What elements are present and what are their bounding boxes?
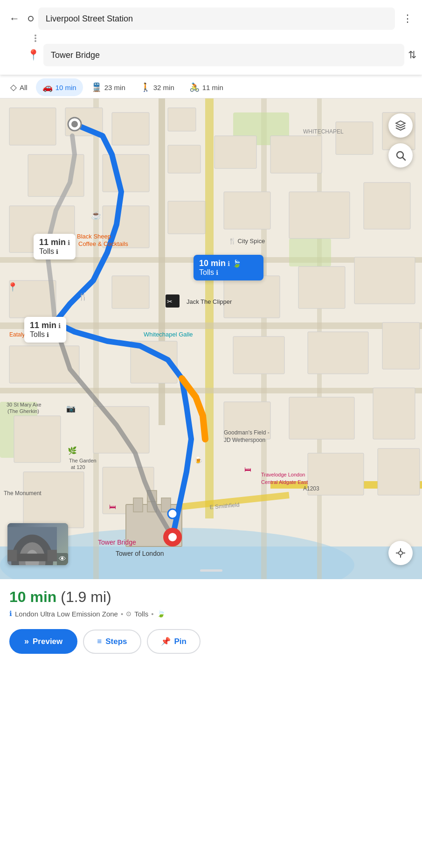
svg-text:Tower Bridge: Tower Bridge: [98, 539, 136, 546]
emission-zone-label: London Ultra Low Emission Zone: [15, 610, 118, 618]
alt-route-2-time: 11 min: [30, 321, 56, 330]
svg-text:JD Wetherspoon: JD Wetherspoon: [224, 437, 265, 443]
tab-transit[interactable]: 🚆 23 min: [85, 78, 132, 96]
route-info-row: ℹ London Ultra Low Emission Zone • ⊙ Tol…: [9, 609, 413, 618]
toll-info-icon: ℹ: [216, 269, 218, 276]
map-layers-button[interactable]: [388, 113, 413, 138]
emission-info-icon: ℹ: [9, 609, 12, 618]
bike-icon: 🚴: [189, 82, 200, 92]
more-options-button[interactable]: ⋮: [399, 9, 416, 28]
svg-rect-4: [205, 98, 214, 518]
tab-drive[interactable]: 🚗 10 min: [36, 78, 83, 96]
active-route-tolls: Tolls: [199, 268, 214, 276]
svg-text:Coffee & Cocktails: Coffee & Cocktails: [78, 240, 128, 247]
preview-button[interactable]: » Preview: [9, 629, 77, 654]
svg-rect-25: [336, 122, 373, 154]
svg-rect-35: [224, 276, 280, 318]
svg-rect-23: [214, 136, 256, 168]
pin-label: Pin: [174, 637, 187, 646]
svg-text:🛏: 🛏: [109, 503, 116, 511]
destination-input[interactable]: [43, 44, 404, 66]
svg-text:Goodman's Field -: Goodman's Field -: [224, 429, 270, 436]
street-view-icon: 👁: [57, 553, 68, 565]
pin-button[interactable]: 📌 Pin: [147, 629, 201, 654]
alt-route-1-tolls: Tolls ℹ: [39, 247, 70, 256]
car-icon: 🚗: [42, 82, 53, 92]
svg-point-94: [399, 551, 402, 555]
svg-rect-105: [48, 550, 57, 561]
svg-rect-32: [364, 182, 410, 229]
svg-text:📷: 📷: [66, 404, 76, 413]
search-map-button[interactable]: [388, 143, 413, 168]
tab-transit-label: 23 min: [104, 84, 125, 91]
svg-rect-34: [112, 276, 149, 308]
svg-rect-22: [168, 145, 201, 173]
eco-icon-1: 🍃: [232, 259, 242, 267]
tab-walk-label: 32 min: [153, 84, 174, 91]
toll-coin-icon: ⊙: [126, 610, 131, 617]
train-icon: 🚆: [91, 82, 102, 92]
transport-tabs: ◇ All 🚗 10 min 🚆 23 min 🚶 32 min 🚴 11 mi…: [0, 75, 422, 98]
tab-walk[interactable]: 🚶 32 min: [134, 78, 181, 96]
svg-rect-31: [289, 192, 350, 238]
info-icon-2: ℹ: [68, 239, 70, 246]
all-routes-icon: ◇: [10, 82, 17, 92]
route-duration-display: 10 min (1.9 mi): [9, 588, 413, 606]
map-area[interactable]: Black Sheep Coffee & Cocktails 🍴 City Sp…: [0, 98, 422, 579]
location-icon: [395, 547, 406, 559]
svg-point-60: [168, 533, 177, 541]
svg-rect-43: [14, 416, 61, 462]
svg-text:The Garden: The Garden: [69, 458, 97, 463]
info-icon-1: ℹ: [228, 260, 230, 267]
search-icon: [395, 150, 406, 161]
back-button[interactable]: ←: [6, 9, 23, 28]
alt-route-1-time: 11 min: [39, 238, 66, 247]
svg-text:Jack The Clipper: Jack The Clipper: [187, 298, 232, 305]
svg-rect-104: [7, 550, 17, 561]
svg-rect-37: [354, 257, 415, 304]
svg-rect-36: [298, 266, 345, 308]
svg-text:Central Aldgate East: Central Aldgate East: [261, 479, 308, 485]
svg-rect-41: [308, 332, 368, 374]
svg-text:(The Gherkin): (The Gherkin): [7, 408, 39, 414]
bottom-panel: 10 min (1.9 mi) ℹ London Ultra Low Emiss…: [0, 579, 422, 665]
svg-text:The Monument: The Monument: [4, 490, 42, 497]
route-distance-value: (1.9 mi): [61, 588, 111, 605]
active-route-time: 10 min: [199, 259, 226, 268]
svg-rect-18: [112, 112, 149, 145]
walk-icon: 🚶: [140, 82, 151, 92]
svg-text:🌿: 🌿: [68, 446, 77, 455]
svg-rect-24: [270, 136, 322, 173]
tab-bike[interactable]: 🚴 11 min: [183, 78, 230, 96]
svg-text:🍴: 🍴: [78, 292, 88, 301]
tab-all[interactable]: ◇ All: [4, 78, 34, 96]
svg-text:🍺: 🍺: [194, 456, 203, 464]
active-route-label[interactable]: 10 min ℹ 🍃 Tolls ℹ: [194, 255, 263, 280]
swap-directions-button[interactable]: ⇅: [408, 49, 416, 61]
svg-rect-14: [289, 238, 331, 266]
destination-row: 📍 ⇅: [6, 44, 416, 66]
svg-rect-47: [373, 388, 415, 439]
info-icon-3: ℹ: [58, 322, 61, 329]
svg-rect-21: [103, 154, 149, 192]
header: ← ⋮ 📍 ⇅: [0, 0, 422, 75]
svg-rect-42: [382, 322, 420, 369]
svg-text:🛏: 🛏: [244, 465, 251, 473]
action-buttons: » Preview ≡ Steps 📌 Pin: [9, 629, 413, 654]
steps-button[interactable]: ≡ Steps: [83, 630, 141, 654]
svg-rect-7: [0, 388, 422, 393]
separator-dot-2: •: [151, 610, 153, 618]
alt-route-label-1[interactable]: 11 min ℹ Tolls ℹ: [34, 234, 76, 259]
my-location-button[interactable]: [388, 541, 413, 565]
svg-point-61: [168, 509, 177, 518]
origin-input[interactable]: [38, 7, 395, 30]
alt-route-label-2[interactable]: 11 min ℹ Tolls ℹ: [24, 317, 66, 343]
svg-rect-19: [168, 108, 196, 131]
street-view-thumbnail[interactable]: 👁: [7, 523, 68, 565]
eco-badge-icon: 🍃: [157, 609, 166, 618]
svg-rect-30: [224, 192, 270, 229]
preview-arrows-icon: »: [24, 637, 29, 646]
separator-dot-1: •: [121, 610, 123, 618]
map-drag-handle[interactable]: [200, 569, 222, 572]
svg-text:🍴 City Spice: 🍴 City Spice: [228, 237, 265, 245]
